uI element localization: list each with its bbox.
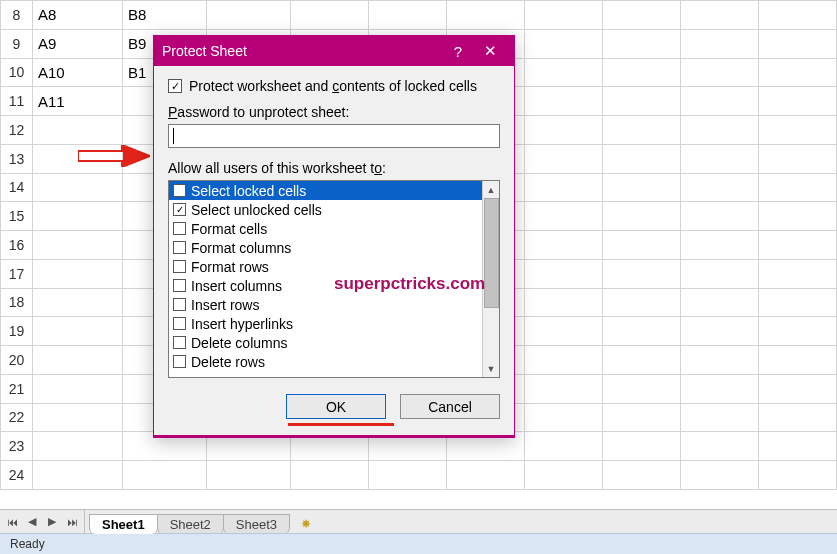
row-header[interactable]: 15 bbox=[1, 202, 33, 231]
cell[interactable] bbox=[759, 461, 837, 490]
cell[interactable] bbox=[33, 173, 123, 202]
cell[interactable] bbox=[525, 461, 603, 490]
option-checkbox[interactable] bbox=[173, 203, 186, 216]
cell[interactable] bbox=[759, 259, 837, 288]
cell[interactable] bbox=[525, 259, 603, 288]
cell[interactable] bbox=[33, 231, 123, 260]
cell[interactable] bbox=[759, 29, 837, 58]
cell[interactable] bbox=[681, 58, 759, 87]
permission-option[interactable]: Select locked cells bbox=[169, 181, 482, 200]
cell[interactable] bbox=[207, 461, 291, 490]
cell[interactable] bbox=[603, 29, 681, 58]
nav-prev-icon[interactable]: ◀ bbox=[24, 515, 40, 528]
cell[interactable] bbox=[525, 288, 603, 317]
cell[interactable] bbox=[681, 202, 759, 231]
cell[interactable] bbox=[525, 403, 603, 432]
cell[interactable] bbox=[603, 374, 681, 403]
cell[interactable] bbox=[207, 1, 291, 30]
scrollbar-thumb[interactable] bbox=[484, 198, 499, 308]
cell[interactable] bbox=[681, 116, 759, 145]
cell[interactable] bbox=[525, 432, 603, 461]
scroll-down-icon[interactable]: ▼ bbox=[483, 360, 499, 377]
sheet-tab-1[interactable]: Sheet1 bbox=[89, 514, 158, 534]
cell[interactable] bbox=[759, 346, 837, 375]
nav-next-icon[interactable]: ▶ bbox=[44, 515, 60, 528]
permission-option[interactable]: Insert hyperlinks bbox=[169, 314, 482, 333]
cell[interactable] bbox=[603, 87, 681, 116]
cell[interactable] bbox=[759, 1, 837, 30]
option-checkbox[interactable] bbox=[173, 298, 186, 311]
cell[interactable] bbox=[603, 346, 681, 375]
row-header[interactable]: 9 bbox=[1, 29, 33, 58]
dialog-titlebar[interactable]: Protect Sheet ? ✕ bbox=[154, 36, 514, 66]
help-button[interactable]: ? bbox=[442, 43, 474, 60]
cell[interactable] bbox=[759, 374, 837, 403]
cell[interactable] bbox=[603, 58, 681, 87]
permission-option[interactable]: Format rows bbox=[169, 257, 482, 276]
cell[interactable] bbox=[33, 116, 123, 145]
cell[interactable]: A9 bbox=[33, 29, 123, 58]
cell[interactable] bbox=[33, 461, 123, 490]
cell[interactable] bbox=[681, 461, 759, 490]
permission-option[interactable]: Delete rows bbox=[169, 352, 482, 371]
cell[interactable] bbox=[33, 202, 123, 231]
cell[interactable] bbox=[681, 259, 759, 288]
nav-last-icon[interactable]: ⏭ bbox=[64, 516, 80, 528]
row-header[interactable]: 8 bbox=[1, 1, 33, 30]
cell[interactable] bbox=[759, 288, 837, 317]
permission-option[interactable]: Insert columns bbox=[169, 276, 482, 295]
ok-button[interactable]: OK bbox=[286, 394, 386, 419]
cell[interactable] bbox=[603, 231, 681, 260]
cell[interactable] bbox=[525, 29, 603, 58]
cell[interactable] bbox=[33, 346, 123, 375]
row-header[interactable]: 14 bbox=[1, 173, 33, 202]
cell[interactable] bbox=[681, 432, 759, 461]
cancel-button[interactable]: Cancel bbox=[400, 394, 500, 419]
cell[interactable] bbox=[525, 144, 603, 173]
cell[interactable] bbox=[291, 461, 369, 490]
row-header[interactable]: 22 bbox=[1, 403, 33, 432]
option-checkbox[interactable] bbox=[173, 336, 186, 349]
cell[interactable] bbox=[681, 173, 759, 202]
cell[interactable] bbox=[681, 231, 759, 260]
cell[interactable] bbox=[525, 374, 603, 403]
cell[interactable] bbox=[759, 144, 837, 173]
cell[interactable] bbox=[33, 374, 123, 403]
permissions-listbox[interactable]: Select locked cellsSelect unlocked cells… bbox=[168, 180, 500, 378]
protect-contents-checkbox[interactable] bbox=[168, 79, 182, 93]
cell[interactable] bbox=[525, 116, 603, 145]
scroll-up-icon[interactable]: ▲ bbox=[483, 181, 499, 198]
permission-option[interactable]: Delete columns bbox=[169, 333, 482, 352]
permission-option[interactable]: Select unlocked cells bbox=[169, 200, 482, 219]
row-header[interactable]: 12 bbox=[1, 116, 33, 145]
cell[interactable] bbox=[525, 346, 603, 375]
cell[interactable] bbox=[33, 317, 123, 346]
cell[interactable] bbox=[681, 403, 759, 432]
password-input[interactable] bbox=[168, 124, 500, 148]
cell[interactable] bbox=[759, 317, 837, 346]
cell[interactable] bbox=[603, 173, 681, 202]
cell[interactable] bbox=[603, 288, 681, 317]
cell[interactable] bbox=[525, 231, 603, 260]
cell[interactable] bbox=[603, 144, 681, 173]
row-header[interactable]: 19 bbox=[1, 317, 33, 346]
cell[interactable]: A8 bbox=[33, 1, 123, 30]
cell[interactable] bbox=[603, 259, 681, 288]
option-checkbox[interactable] bbox=[173, 241, 186, 254]
cell[interactable] bbox=[603, 317, 681, 346]
cell[interactable] bbox=[369, 1, 447, 30]
option-checkbox[interactable] bbox=[173, 184, 186, 197]
cell[interactable]: B8 bbox=[123, 1, 207, 30]
cell[interactable] bbox=[33, 403, 123, 432]
cell[interactable] bbox=[681, 87, 759, 116]
cell[interactable] bbox=[759, 58, 837, 87]
cell[interactable] bbox=[603, 202, 681, 231]
cell[interactable] bbox=[525, 58, 603, 87]
close-button[interactable]: ✕ bbox=[474, 42, 506, 60]
cell[interactable] bbox=[447, 461, 525, 490]
cell[interactable] bbox=[759, 231, 837, 260]
cell[interactable] bbox=[759, 87, 837, 116]
nav-first-icon[interactable]: ⏮ bbox=[4, 516, 20, 528]
cell[interactable] bbox=[369, 461, 447, 490]
row-header[interactable]: 21 bbox=[1, 374, 33, 403]
